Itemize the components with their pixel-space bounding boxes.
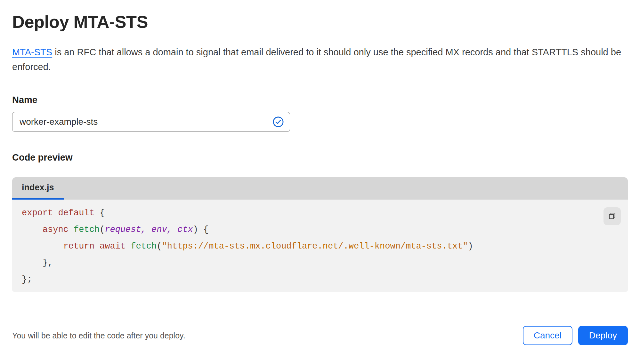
deploy-button[interactable]: Deploy	[578, 326, 628, 345]
name-input[interactable]	[12, 112, 290, 132]
name-label: Name	[12, 94, 628, 106]
copy-button[interactable]	[604, 207, 621, 225]
footer-divider	[12, 316, 628, 316]
page-title: Deploy MTA-STS	[12, 0, 628, 32]
footer-note: You will be able to edit the code after …	[12, 331, 185, 340]
description: MTA-STS is an RFC that allows a domain t…	[12, 45, 628, 74]
check-circle-icon	[272, 116, 284, 128]
cancel-button[interactable]: Cancel	[523, 326, 572, 345]
code-area: export default { async fetch(request, en…	[12, 200, 628, 292]
code-tab-bar: index.js	[12, 177, 628, 200]
footer-buttons: Cancel Deploy	[523, 326, 628, 345]
code-preview-container: index.js export default { async fetch(re…	[12, 177, 628, 292]
code-block: export default { async fetch(request, en…	[22, 205, 618, 288]
footer: You will be able to edit the code after …	[12, 326, 628, 345]
description-text: is an RFC that allows a domain to signal…	[12, 47, 621, 72]
copy-icon	[608, 211, 617, 221]
mta-sts-link[interactable]: MTA-STS	[12, 47, 52, 57]
name-input-wrap	[12, 112, 290, 132]
tab-indexjs[interactable]: index.js	[12, 177, 64, 200]
code-preview-label: Code preview	[12, 152, 628, 163]
deploy-mta-sts-page: Deploy MTA-STS MTA-STS is an RFC that al…	[0, 0, 640, 345]
